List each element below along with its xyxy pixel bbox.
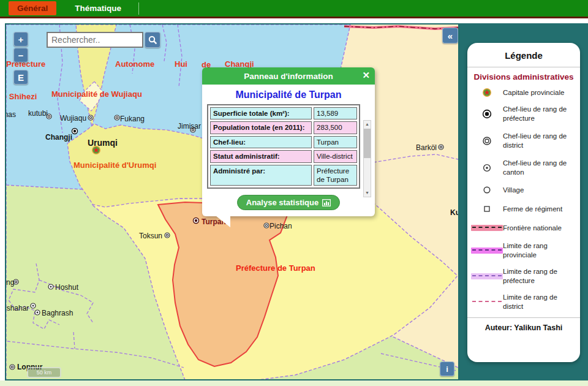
legend-item-national-border: Frontière nationale [467,224,580,233]
bar-chart-icon [322,199,331,206]
map-label-pichan: Pichan [270,222,292,230]
map-label-autonome: Autonome [115,59,154,69]
scroll-down-icon[interactable]: ▼ [364,189,371,197]
map-label-manas: Manas [5,110,16,119]
nav-divider [138,2,139,15]
scale-bar: 50 km [27,367,61,378]
legend-item-label: Capitale provinciale [503,88,564,97]
legend-item-label: Limite de rang provinciale [503,241,571,260]
map-label-fukang: Fukang [120,115,145,123]
zoom-in-button[interactable]: + [13,32,28,47]
row-label: Administré par: [210,165,312,186]
extent-button[interactable]: E [13,70,28,85]
table-row: Chef-lieu: Turpan [210,136,357,148]
panel-pointer-tail [216,216,230,227]
map-label-kumul: Kumul [450,208,459,217]
search-icon [148,36,157,45]
map-label-urumqi: Urumqi [88,138,118,148]
row-value: 13,589 [314,107,357,119]
legend-divider [467,317,580,318]
prefecture-seat-icon [471,109,503,119]
tab-general[interactable]: Général [9,1,56,15]
legend-item-label: Ferme de régiment [503,205,562,214]
map-label-wujiaqu-municipality: Municipalité de Wujiaqu [51,89,142,99]
scroll-up-icon[interactable]: ▲ [364,121,371,128]
legend-item-label: Village [503,186,524,195]
info-panel: Panneau d'information ✕ Municipalité de … [202,67,375,216]
legend-title: Légende [467,50,580,61]
legend-item-label: Frontière nationale [503,224,562,233]
search-button[interactable] [145,32,160,48]
legend-item-label: Chef-lieu de rang de district [503,132,571,150]
map-label-turpan-prefecture: Préfecture de Turpan [236,263,315,273]
legend-item-canton-seat: Chef-lieu de rang de canton [467,159,580,177]
row-value: Turpan [314,136,357,148]
map-canvas[interactable]: Préfecture Autonome Hui de Changji Munic… [5,23,459,380]
info-panel-body: Municipalité de Turpan Superficie totale… [202,85,375,216]
statistical-analysis-label: Analyse statistique [246,198,319,207]
zoom-out-button[interactable]: − [13,48,28,62]
map-label-shihezi: de Shihezi [5,92,37,101]
legend-card: Légende Divisions administratives Capita… [467,43,580,362]
table-row: Superficie totale (km²): 13,589 [210,107,357,119]
info-panel-header[interactable]: Panneau d'information ✕ [202,67,375,85]
legend-divider [467,67,580,67]
map-label-toksun: Toksun [139,232,162,240]
provincial-limit-swatch [471,248,503,254]
map-label-hoshut: Hoshut [55,283,78,292]
capital-star-icon [471,88,503,97]
legend-item-district-seat: Chef-lieu de rang de district [467,132,580,150]
legend-section-title: Divisions administratives [467,72,580,81]
map-label-kutubi: kutubi [28,109,48,118]
bottom-strip [0,380,588,386]
row-value: 283,500 [314,121,357,134]
legend-item-label: Limite de rang de préfecture [503,267,571,286]
tab-thematique[interactable]: Thématique [66,1,130,15]
district-limit-swatch [471,299,503,305]
map-label-urumqi-municipality: Municipalité d'Urumqi [74,161,156,170]
info-panel-header-title: Panneau d'information [244,72,333,81]
legend-item-capital: Capitale provinciale [467,88,580,97]
legend-author: Auteur: Yalikun Tashi [467,324,580,332]
regiment-farm-icon [471,205,503,213]
search-input[interactable] [47,32,143,48]
top-navbar: Général Thématique [0,0,588,18]
prefecture-limit-swatch [471,273,503,279]
legend-item-district-limit: Limite de rang de district [467,293,580,311]
map-application: Général Thématique [0,0,588,386]
table-row: Statut administratif: Ville-district [210,150,357,162]
close-icon[interactable]: ✕ [362,70,370,81]
table-row: Administré par: Préfecture de Turpan [210,165,357,186]
collapse-sidebar-button[interactable]: « [442,28,458,44]
legend-item-label: Chef-lieu de rang de préfecture [503,105,571,123]
table-row: Population totale (en 2011): 283,500 [210,121,357,134]
map-label-changji-town: Changji [45,133,72,142]
legend-item-prefecture-seat: Chef-lieu de rang de préfecture [467,105,580,123]
row-label: Statut administratif: [210,150,312,162]
legend-item-regiment-farm: Ferme de régiment [467,205,580,214]
legend-sidebar: Légende Divisions administratives Capita… [459,23,588,380]
canton-seat-icon [471,163,503,173]
row-label: Superficie totale (km²): [210,107,312,119]
legend-item-village: Village [467,186,580,195]
legend-item-prefecture-limit: Limite de rang de préfecture [467,267,580,286]
map-label-baghrash: Baghrash [42,309,73,317]
district-seat-icon [471,136,503,146]
statistical-analysis-button[interactable]: Analyse statistique [237,195,341,210]
map-label-ng: ng [6,278,14,287]
attribution-info-button[interactable]: i [440,361,454,376]
map-label-hui: Hui [175,59,187,69]
row-label: Population totale (en 2011): [210,121,312,134]
village-icon [471,186,503,194]
map-label-barkol: Barköl [416,143,437,152]
row-value: Préfecture de Turpan [314,165,357,186]
panel-scrollbar[interactable]: ▲ ▼ [363,120,371,197]
map-label-jimisar: Jimisar [178,122,201,131]
legend-item-label: Limite de rang de district [503,293,571,311]
legend-item-label: Chef-lieu de rang de canton [503,159,571,177]
national-border-swatch [471,225,503,231]
scrollbar-thumb[interactable] [364,129,371,158]
legend-item-provincial-limit: Limite de rang provinciale [467,241,580,260]
map-label-wujiaqu: Wujiaqu [60,114,86,123]
info-panel-title: Municipalité de Turpan [207,89,370,100]
